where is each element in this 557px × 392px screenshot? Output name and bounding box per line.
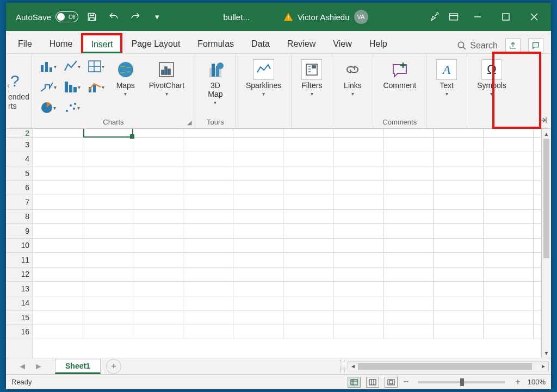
minimize-button[interactable] <box>465 6 490 28</box>
cell[interactable] <box>133 267 183 282</box>
cell[interactable] <box>83 181 133 195</box>
scroll-ribbon-left-icon[interactable]: ‹ <box>7 81 10 90</box>
cell[interactable] <box>283 296 333 310</box>
cell[interactable] <box>83 325 133 339</box>
cell[interactable] <box>333 152 383 166</box>
cell[interactable] <box>434 210 484 224</box>
row-header[interactable]: 2 <box>6 129 33 138</box>
cell[interactable] <box>484 181 534 195</box>
sheet-next-icon[interactable]: ► <box>34 362 43 371</box>
cell[interactable] <box>283 310 333 325</box>
cell[interactable] <box>33 138 83 152</box>
cell[interactable] <box>233 239 283 253</box>
tab-formulas[interactable]: Formulas <box>189 34 243 53</box>
links-button[interactable]: Links▾ <box>338 57 367 99</box>
view-normal-icon[interactable] <box>348 377 361 388</box>
view-page-layout-icon[interactable] <box>366 377 379 388</box>
cell[interactable] <box>133 166 183 181</box>
cell[interactable] <box>434 282 484 296</box>
cell[interactable] <box>33 166 83 181</box>
cell[interactable] <box>233 296 283 310</box>
cell[interactable] <box>434 253 484 267</box>
tab-splitter[interactable] <box>340 360 344 373</box>
cell[interactable] <box>283 239 333 253</box>
cell[interactable] <box>133 181 183 195</box>
cell[interactable] <box>233 129 283 137</box>
cell[interactable] <box>83 224 133 238</box>
waterfall-chart-icon[interactable]: ▾ <box>38 78 59 96</box>
cell[interactable] <box>33 239 83 253</box>
row-header[interactable]: 4 <box>6 152 33 167</box>
cell[interactable] <box>484 138 534 152</box>
cells-area[interactable] <box>33 129 541 358</box>
row-header[interactable]: 12 <box>6 267 33 282</box>
cell[interactable] <box>83 239 133 253</box>
share-icon[interactable] <box>505 38 521 53</box>
cell[interactable] <box>83 210 133 224</box>
cell[interactable] <box>333 138 383 152</box>
cell[interactable] <box>183 152 233 166</box>
cell[interactable] <box>133 224 183 238</box>
cell[interactable] <box>183 166 233 181</box>
cell[interactable] <box>283 195 333 209</box>
cell[interactable] <box>283 282 333 296</box>
cell[interactable] <box>283 224 333 238</box>
cell[interactable] <box>333 224 383 238</box>
cell[interactable] <box>133 195 183 209</box>
coming-soon-icon[interactable] <box>426 9 442 25</box>
cell[interactable] <box>283 267 333 282</box>
sheet-tab-active[interactable]: Sheet1 <box>55 359 101 374</box>
cell[interactable] <box>484 296 534 310</box>
hscroll-thumb[interactable] <box>358 363 532 370</box>
cell[interactable] <box>133 239 183 253</box>
filters-button[interactable]: Filters▾ <box>297 57 326 99</box>
zoom-slider[interactable] <box>418 381 505 383</box>
cell[interactable] <box>333 210 383 224</box>
cell[interactable] <box>33 253 83 267</box>
comment-button[interactable]: Comment <box>379 57 420 92</box>
vscroll-thumb[interactable] <box>543 139 549 258</box>
cell[interactable] <box>484 282 534 296</box>
save-icon[interactable] <box>84 9 100 25</box>
cell[interactable] <box>383 181 434 195</box>
cell[interactable] <box>233 138 283 152</box>
cell[interactable] <box>33 310 83 325</box>
tab-home[interactable]: Home <box>41 34 82 53</box>
cell[interactable] <box>484 253 534 267</box>
bar-chart-icon[interactable]: ▾ <box>62 78 83 96</box>
cell[interactable] <box>333 253 383 267</box>
cell[interactable] <box>434 181 484 195</box>
cell[interactable] <box>183 253 233 267</box>
undo-icon[interactable] <box>106 9 122 25</box>
cell[interactable] <box>233 152 283 166</box>
cell[interactable] <box>233 253 283 267</box>
row-header[interactable]: 11 <box>6 253 33 267</box>
cell[interactable] <box>283 181 333 195</box>
qat-customize-icon[interactable]: ▾ <box>149 9 165 25</box>
cell[interactable] <box>484 267 534 282</box>
cell[interactable] <box>333 325 383 339</box>
line-chart-icon[interactable]: ▾ <box>62 57 83 76</box>
cell[interactable] <box>183 296 233 310</box>
column-chart-icon[interactable]: ▾ <box>38 57 59 76</box>
cell[interactable] <box>484 129 534 137</box>
view-page-break-icon[interactable] <box>385 377 398 388</box>
cell[interactable] <box>283 325 333 339</box>
row-header[interactable]: 3 <box>6 138 33 152</box>
zoom-thumb[interactable] <box>460 378 464 386</box>
cell[interactable] <box>484 239 534 253</box>
3d-map-button[interactable]: 3D Map▾ <box>201 57 230 108</box>
cell[interactable] <box>283 129 333 137</box>
spreadsheet-grid[interactable]: 2 345678910111213141516 ▲ ▼ <box>6 129 551 358</box>
cell[interactable] <box>233 181 283 195</box>
cell[interactable] <box>434 166 484 181</box>
collapse-ribbon-icon[interactable] <box>538 116 548 126</box>
cell[interactable] <box>83 253 133 267</box>
row-header[interactable]: 7 <box>6 195 33 210</box>
combo-chart-icon[interactable]: ▾ <box>86 78 107 96</box>
cell[interactable] <box>233 224 283 238</box>
cell[interactable] <box>233 310 283 325</box>
tab-review[interactable]: Review <box>278 34 324 53</box>
cell[interactable] <box>83 282 133 296</box>
cell[interactable] <box>333 296 383 310</box>
